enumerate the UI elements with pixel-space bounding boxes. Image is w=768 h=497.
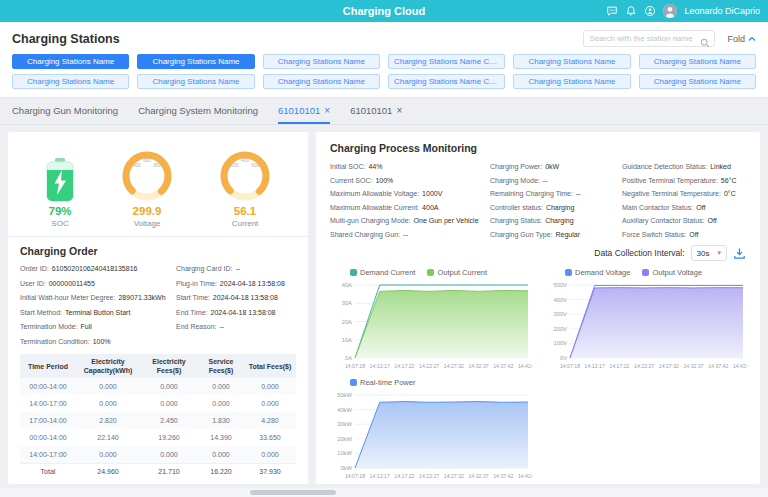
field-value: Off <box>696 204 705 211</box>
station-button-5[interactable]: Charging Stations Name <box>639 54 756 69</box>
table-row: 14:00-17:000.0000.0000.0000.000 <box>20 395 296 412</box>
chevron-down-icon: ▾ <box>717 249 721 257</box>
tab-charging-system-monitoring[interactable]: Charging System Monitoring <box>138 99 258 124</box>
order-fields: Order ID:6105020106240418135816User ID:0… <box>20 262 296 349</box>
station-button-8[interactable]: Charging Stations Name <box>263 74 380 89</box>
field-value: Charging <box>546 204 574 211</box>
station-button-2[interactable]: Charging Stations Name <box>263 54 380 69</box>
legend-label: Output Current <box>437 268 487 277</box>
table-cell: 1.830 <box>198 412 244 429</box>
legend-label: Real-time Power <box>360 378 415 387</box>
svg-text:100V: 100V <box>553 340 567 346</box>
svg-text:10A: 10A <box>342 337 352 343</box>
svg-text:14:07:18: 14:07:18 <box>345 473 365 479</box>
current-chart-svg: 0A10A20A30A40A14:07:1814:12:1714:17:2214… <box>328 279 533 371</box>
charts-area: Demand CurrentOutput Current 0A10A20A30A… <box>316 263 760 481</box>
station-button-0[interactable]: Charging Stations Name <box>12 54 129 69</box>
station-button-4[interactable]: Charging Stations Name <box>513 54 630 69</box>
gauges-row: 79% SOC 400 600 800 299.9 Voltage 2 <box>8 132 308 236</box>
legend-label: Demand Current <box>360 268 415 277</box>
field-label: Positive Terminal Temperature: <box>622 177 718 184</box>
voltage-gauge: 400 600 800 299.9 Voltage <box>119 149 175 228</box>
field-value: One Gun per Vehicle <box>414 217 479 224</box>
tab-charging-gun-monitoring[interactable]: Charging Gun Monitoring <box>12 99 118 124</box>
soc-gauge: 79% SOC <box>43 157 77 228</box>
field-value: 6105020106240418135816 <box>52 265 138 272</box>
svg-text:400V: 400V <box>553 297 567 303</box>
tab-61010101[interactable]: 61010101× <box>350 99 402 124</box>
close-tab-icon[interactable]: × <box>324 106 330 116</box>
svg-text:20A: 20A <box>342 319 352 325</box>
svg-text:14:42:47: 14:42:47 <box>733 363 748 369</box>
station-search-input[interactable] <box>589 34 698 43</box>
station-button-7[interactable]: Charging Stations Name <box>137 74 254 89</box>
station-button-10[interactable]: Charging Stations Name <box>513 74 630 89</box>
fold-toggle[interactable]: Fold <box>727 34 756 44</box>
field-value: -- <box>543 177 548 184</box>
dial-tick: 600 <box>251 163 259 168</box>
svg-text:200V: 200V <box>553 326 567 332</box>
field-label: Order ID: <box>20 265 49 272</box>
field-value: 289071.33kWh <box>118 294 165 301</box>
station-button-6[interactable]: Charging Stations Name <box>12 74 129 89</box>
bell-icon[interactable] <box>625 5 637 17</box>
field-row: Controller status:Charging <box>490 201 622 215</box>
field-row: Initial SOC:44% <box>330 160 490 174</box>
field-label: Initial SOC: <box>330 163 365 170</box>
download-icon[interactable] <box>733 247 746 260</box>
table-cell: 16.220 <box>198 463 244 480</box>
table-cell: 0.000 <box>140 395 198 412</box>
legend-item[interactable]: Output Voltage <box>642 268 702 277</box>
table-cell: 2.820 <box>76 412 140 429</box>
field-label: End Time: <box>176 309 208 316</box>
svg-text:14:27:32: 14:27:32 <box>444 473 464 479</box>
user-name[interactable]: Leonardo DiCaprio <box>684 6 760 16</box>
field-label: Charging Power: <box>490 163 542 170</box>
field-label: Force Switch Status: <box>622 231 686 238</box>
table-row: 00:00-14:0022.14019.26014.39033.650 <box>20 429 296 446</box>
process-monitoring-card: Charging Process Monitoring Initial SOC:… <box>316 132 760 484</box>
legend-item[interactable]: Demand Voltage <box>565 268 630 277</box>
legend-item[interactable]: Demand Current <box>350 268 415 277</box>
table-row: 17:00-14:002.8202.4501.8304.280 <box>20 412 296 429</box>
soc-value: 79% <box>48 204 71 218</box>
search-icon[interactable] <box>700 34 710 44</box>
tab-61010101[interactable]: 61010101× <box>278 99 330 124</box>
field-row: Termination Condition:100% <box>20 335 176 350</box>
dial-tick: 400 <box>133 163 141 168</box>
tab-label: Charging Gun Monitoring <box>12 105 118 116</box>
field-row: Plug-in Time:2024-04-18 13:58:08 <box>176 277 296 292</box>
process-col-0: Initial SOC:44%Current SOC:100%Maximum A… <box>330 160 490 241</box>
field-value: 44% <box>368 163 382 170</box>
table-header-cell: Service Fees($) <box>198 354 244 378</box>
account-icon[interactable] <box>644 5 656 17</box>
field-label: Guidance Detection Status: <box>622 163 707 170</box>
field-row: Start Method:Terminal Button Start <box>20 306 176 321</box>
monitor-tabbar: Charging Gun MonitoringCharging System M… <box>0 99 768 125</box>
table-header-cell: Total Fees($) <box>244 354 296 378</box>
interval-select[interactable]: 30s ▾ <box>691 245 727 261</box>
field-label: Maximum Allowable Voltage: <box>330 190 419 197</box>
scrollbar-thumb[interactable] <box>250 490 336 495</box>
dial-tick: 200 <box>231 163 239 168</box>
soc-label: SOC <box>51 219 68 228</box>
svg-text:30kW: 30kW <box>337 421 352 427</box>
table-cell: 17:00-14:00 <box>20 412 76 429</box>
close-tab-icon[interactable]: × <box>396 106 402 116</box>
legend-item[interactable]: Output Current <box>427 268 487 277</box>
table-cell: 2.450 <box>140 412 198 429</box>
station-button-9[interactable]: Charging Stations Name Charging... <box>388 74 505 89</box>
svg-text:14:17:22: 14:17:22 <box>394 473 414 479</box>
station-button-3[interactable]: Charging Stations Name Charging... <box>388 54 505 69</box>
user-avatar[interactable] <box>663 4 677 18</box>
legend-item[interactable]: Real-time Power <box>350 378 415 387</box>
process-col-2: Guidance Detection Status:LinkedPositive… <box>622 160 746 241</box>
horizontal-scrollbar[interactable] <box>0 488 768 497</box>
station-button-11[interactable]: Charging Stations Name <box>639 74 756 89</box>
dial-tick: 400 <box>241 158 249 163</box>
svg-text:14:12:17: 14:12:17 <box>370 473 390 479</box>
field-row: Main Contactor Status:Off <box>622 201 746 215</box>
station-button-1[interactable]: Charging Stations Name <box>137 54 254 69</box>
message-icon[interactable] <box>606 5 618 17</box>
field-value: 2024-04-18 13:58:08 <box>213 294 278 301</box>
